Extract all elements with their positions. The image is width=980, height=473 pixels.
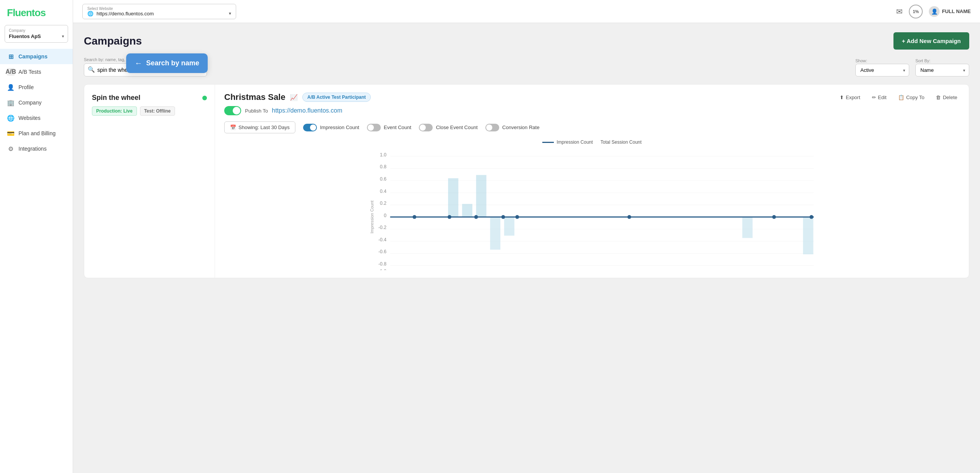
impression-count-label: Impression Count	[320, 124, 359, 130]
campaign-title: Christmas Sale	[224, 92, 285, 102]
svg-rect-24	[476, 175, 487, 217]
sidebar-item-plan-billing[interactable]: 💳 Plan and Billing	[0, 126, 73, 141]
svg-rect-26	[504, 217, 515, 236]
export-icon: ⬆	[840, 95, 844, 100]
main-nav: ⊞ Campaigns A/B A/B Tests 👤 Profile 🏢 Co…	[0, 46, 73, 473]
globe-icon: 🌐	[87, 11, 93, 17]
live-status-dot	[202, 96, 207, 100]
svg-point-35	[772, 215, 776, 219]
content-area: Campaigns + Add New Campaign Search by: …	[73, 23, 980, 473]
sidebar-item-ab-tests[interactable]: A/B A/B Tests	[0, 64, 73, 80]
show-select[interactable]: Active All Inactive	[855, 64, 909, 76]
date-range-button[interactable]: 📅 Showing: Last 30 Days	[224, 121, 295, 133]
svg-point-29	[413, 215, 417, 219]
sidebar-label-websites: Websites	[18, 115, 40, 121]
svg-point-33	[515, 215, 519, 219]
company-name: Fluentos ApS ▾	[9, 33, 64, 39]
sidebar-item-websites[interactable]: 🌐 Websites	[0, 110, 73, 126]
svg-point-31	[474, 215, 478, 219]
integrations-icon: ⚙	[7, 145, 15, 153]
svg-text:0.4: 0.4	[380, 189, 387, 194]
percent-badge[interactable]: 1%	[909, 5, 923, 18]
svg-point-30	[448, 215, 452, 219]
website-select-value: 🌐 https://demo.fluentos.com ▾	[87, 11, 231, 17]
metric-close-event: Close Event Count	[419, 124, 477, 131]
sidebar-label-integrations: Integrations	[18, 146, 47, 152]
websites-icon: 🌐	[7, 114, 15, 122]
metrics-row: 📅 Showing: Last 30 Days Impression Count…	[224, 121, 960, 133]
sort-filter: Sort By: Name Date Created Date Modified…	[915, 58, 969, 76]
show-filter: Show: Active All Inactive ▾	[855, 58, 909, 76]
event-count-label: Event Count	[384, 124, 412, 130]
svg-rect-25	[490, 217, 500, 250]
conversion-rate-toggle[interactable]	[485, 124, 499, 131]
close-event-toggle[interactable]	[419, 124, 433, 131]
svg-rect-27	[742, 217, 753, 238]
sidebar-label-plan-billing: Plan and Billing	[18, 130, 56, 136]
svg-text:-0.8: -0.8	[378, 261, 387, 267]
export-button[interactable]: ⬆ Export	[837, 93, 863, 102]
campaign-layout: Spin the wheel Production: Live Test: Of…	[84, 85, 969, 278]
campaign-tags: Production: Live Test: Offline	[92, 106, 207, 116]
campaigns-icon: ⊞	[7, 53, 15, 60]
svg-text:-0.2: -0.2	[378, 225, 387, 230]
ab-badge: A/B Active Test Participant	[302, 93, 371, 102]
publish-url[interactable]: https://demo.fluentos.com	[272, 107, 342, 114]
logo: Fluentos	[0, 0, 73, 25]
sidebar-item-company[interactable]: 🏢 Company	[0, 95, 73, 110]
website-select-label: Select Website	[87, 7, 231, 11]
mail-icon[interactable]: ✉	[896, 7, 903, 16]
svg-rect-22	[448, 178, 458, 217]
sidebar-item-profile[interactable]: 👤 Profile	[0, 80, 73, 95]
sidebar-item-integrations[interactable]: ⚙ Integrations	[0, 141, 73, 156]
campaign-name-row: Spin the wheel	[92, 94, 207, 102]
date-range-label: Showing: Last 30 Days	[238, 124, 290, 130]
sidebar-item-campaigns[interactable]: ⊞ Campaigns	[0, 49, 73, 64]
page-title: Campaigns	[84, 35, 142, 47]
company-selector[interactable]: Company Fluentos ApS ▾	[5, 25, 68, 43]
campaign-actions: ⬆ Export ✏ Edit 📋 Copy To	[837, 93, 960, 102]
svg-text:-0.6: -0.6	[378, 249, 387, 254]
event-count-toggle[interactable]	[367, 124, 381, 131]
profile-icon: 👤	[7, 83, 15, 91]
campaign-right-header: Christmas Sale 📈 A/B Active Test Partici…	[224, 92, 960, 102]
tooltip-text: Search by name	[146, 59, 199, 67]
search-wrap: Search by: name, tag, or ID 🔍 ← Search b…	[84, 57, 207, 76]
user-name: FULL NAME	[942, 8, 971, 14]
metric-event-count: Event Count	[367, 124, 412, 131]
delete-button[interactable]: 🗑 Delete	[933, 93, 960, 102]
company-label: Company	[9, 28, 64, 33]
sidebar-label-ab-tests: A/B Tests	[18, 69, 41, 75]
edit-icon: ✏	[872, 95, 876, 100]
publish-row: Publish To https://demo.fluentos.com	[224, 106, 960, 115]
website-url: https://demo.fluentos.com	[97, 11, 154, 17]
chart-legend: Impression Count Total Session Count	[224, 139, 960, 145]
campaign-chart: 1.0 0.8 0.6 0.4 0.2 0 -0.2 -0.4 -0.6 -0.…	[224, 148, 960, 270]
edit-button[interactable]: ✏ Edit	[870, 93, 889, 102]
svg-point-32	[501, 215, 505, 219]
sort-select[interactable]: Name Date Created Date Modified	[915, 64, 969, 76]
ab-tests-icon: A/B	[7, 68, 15, 76]
tag-test-offline: Test: Offline	[140, 106, 175, 116]
campaign-card: Spin the wheel Production: Live Test: Of…	[84, 84, 969, 278]
sort-label: Sort By:	[915, 58, 969, 63]
sidebar-label-profile: Profile	[18, 84, 34, 90]
website-selector[interactable]: Select Website 🌐 https://demo.fluentos.c…	[82, 4, 236, 19]
metric-impression-count: Impression Count	[303, 124, 359, 131]
copy-icon: 📋	[898, 95, 904, 100]
chevron-down-icon: ▾	[62, 34, 64, 38]
user-menu[interactable]: 👤 FULL NAME	[929, 6, 971, 17]
back-arrow-icon: ←	[135, 59, 142, 68]
sidebar-label-company: Company	[18, 100, 42, 106]
add-campaign-button[interactable]: + Add New Campaign	[893, 32, 969, 50]
copy-to-button[interactable]: 📋 Copy To	[896, 93, 927, 102]
campaign-right-panel: Christmas Sale 📈 A/B Active Test Partici…	[215, 85, 969, 278]
svg-point-36	[810, 215, 813, 219]
svg-text:0.8: 0.8	[380, 164, 387, 169]
show-select-wrapper: Active All Inactive ▾	[855, 64, 909, 76]
campaign-title-row: Christmas Sale 📈 A/B Active Test Partici…	[224, 92, 371, 102]
calendar-icon: 📅	[230, 124, 236, 130]
impression-count-toggle[interactable]	[303, 124, 317, 131]
svg-rect-28	[803, 217, 813, 254]
publish-toggle[interactable]	[224, 106, 241, 115]
